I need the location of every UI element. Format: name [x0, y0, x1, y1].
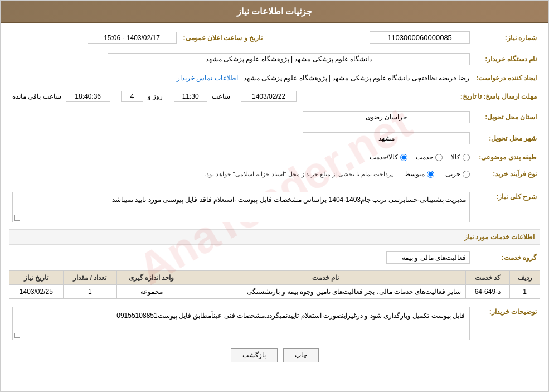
col-quantity: تعداد / مقدار [63, 271, 117, 285]
category-khadamat-label: خدمت [416, 153, 433, 161]
cell-row-num: 1 [510, 285, 540, 299]
cell-date: 1403/02/25 [9, 285, 64, 299]
cell-unit: مجموعه [117, 285, 186, 299]
buyer-notes-label: توضیحات خریدار: [473, 304, 540, 342]
cell-quantity: 1 [63, 285, 117, 299]
send-deadline-label: مهلت ارسال پاسخ: تا تاریخ: [457, 89, 540, 104]
send-time: 11:30 [174, 91, 207, 102]
cell-service-code: د-649-64 [465, 285, 509, 299]
col-service-code: کد خدمت [465, 271, 509, 285]
category-kala-khadamat-option[interactable]: کالا/خدمت [370, 153, 407, 161]
purchase-jazee-option[interactable]: جزیی [445, 170, 470, 178]
print-button[interactable]: چاپ [283, 348, 319, 362]
purchase-jazee-label: جزیی [445, 170, 460, 178]
send-day: 4 [121, 91, 143, 102]
col-row-num: ردیف [510, 271, 540, 285]
need-description-label: شرح کلی نیاز: [473, 190, 540, 225]
cell-service-name: سایر فعالیت‌های خدمات مالی، بجز فعالیت‌ه… [186, 285, 465, 299]
purchase-type-note: پرداخت تمام یا بخشی از مبلغ خریداز محل "… [204, 171, 393, 178]
category-kala-option[interactable]: کالا [451, 153, 470, 161]
page-title: جزئیات اطلاعات نیاز [237, 7, 313, 16]
send-remaining-time: 18:40:36 [66, 91, 110, 102]
category-khadamat-option[interactable]: خدمت [416, 153, 443, 161]
need-number-value: 1103000060000085 [370, 31, 470, 44]
divider-1 [9, 185, 540, 185]
buyer-label: نام دستگاه خریدار: [473, 51, 540, 67]
buyer-notes-resize-handle [14, 333, 20, 338]
category-kala-label: کالا [451, 153, 460, 161]
service-table: ردیف کد خدمت نام خدمت واحد اندازه گیری ت… [9, 270, 540, 299]
city-value: مشهد [303, 132, 470, 144]
service-group-value: فعالیت‌های مالی و بیمه [386, 251, 470, 264]
purchase-motavasset-label: متوسط [404, 170, 425, 178]
announce-datetime-value: 1403/02/17 - 15:06 [88, 32, 177, 44]
buyer-value: دانشگاه علوم پزشکی مشهد | پژوهشگاه علوم … [108, 53, 470, 65]
city-label: شهر محل تحویل: [473, 130, 540, 147]
purchase-jazee-radio[interactable] [463, 171, 470, 178]
province-label: استان محل تحویل: [473, 109, 540, 125]
purchase-motavasset-option[interactable]: متوسط [404, 170, 434, 178]
creator-label: ایجاد کننده درخواست: [473, 72, 540, 84]
buyer-notes-value: فایل پیوست تکمیل وبارگذاری شود و درغیرای… [116, 312, 465, 320]
announce-datetime-label: تاریخ و ساعت اعلان عمومی: [180, 29, 266, 46]
need-description-box: مدیریت پشتیبانی-حسابرسی ترتب جام1403-140… [12, 192, 470, 222]
purchase-type-label: نوع فرآیند خرید: [473, 168, 540, 180]
page-header: جزئیات اطلاعات نیاز [1, 1, 548, 23]
send-remaining-label: ساعت باقی مانده [12, 93, 61, 100]
buyer-notes-box: فایل پیوست تکمیل وبارگذاری شود و درغیرای… [12, 307, 470, 340]
send-day-label: روز و [148, 93, 163, 100]
purchase-motavasset-radio[interactable] [427, 171, 434, 178]
category-khadamat-radio[interactable] [435, 154, 443, 161]
buttons-row: چاپ بازگشت [9, 348, 540, 362]
send-time-label: ساعت [212, 93, 230, 100]
col-unit: واحد اندازه گیری [117, 271, 186, 285]
back-button[interactable]: بازگشت [231, 348, 278, 362]
table-row: 1 د-649-64 سایر فعالیت‌های خدمات مالی، ب… [9, 285, 540, 299]
need-number-label: شماره نیاز: [473, 29, 540, 46]
province-value: خراسان رضوی [303, 111, 470, 123]
category-kala-khadamat-radio[interactable] [400, 154, 407, 161]
service-group-label: گروه خدمت: [473, 249, 540, 266]
creator-value: رضا فریضه نظافتچی دانشگاه علوم پزشکی مشه… [244, 74, 470, 82]
category-label: طبقه بندی موضوعی: [473, 151, 540, 163]
col-date: تاریخ نیاز [9, 271, 64, 285]
send-date: 1403/02/22 [241, 91, 297, 102]
resize-handle [14, 215, 20, 221]
need-description-value: مدیریت پشتیبانی-حسابرسی ترتب جام1403-140… [112, 196, 466, 204]
category-kala-radio[interactable] [463, 154, 470, 161]
service-info-header: اطلاعات خدمات مورد نیاز [9, 229, 540, 245]
category-kala-khadamat-label: کالا/خدمت [370, 153, 398, 161]
col-service-name: نام خدمت [186, 271, 465, 285]
creator-contact-link[interactable]: اطلاعات تماس خریدار [177, 74, 238, 82]
